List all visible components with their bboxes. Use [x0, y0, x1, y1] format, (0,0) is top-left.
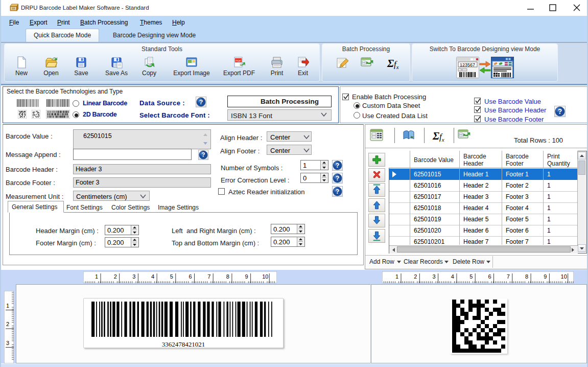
svg-text:7: 7: [207, 273, 210, 280]
svg-text:9: 9: [245, 273, 248, 280]
svg-text:3: 3: [433, 273, 436, 280]
svg-text:?: ?: [199, 98, 203, 106]
svg-text:123567: 123567: [460, 62, 475, 67]
svg-text:7: 7: [507, 273, 510, 280]
svg-text:?: ?: [336, 188, 340, 195]
svg-text:1: 1: [6, 303, 9, 309]
svg-text:2: 2: [114, 273, 117, 280]
svg-text:?: ?: [336, 174, 340, 182]
svg-text:8: 8: [226, 273, 229, 280]
svg-text:1: 1: [395, 273, 398, 280]
svg-text:4: 4: [151, 273, 154, 280]
svg-text:6: 6: [189, 273, 192, 280]
svg-text:2: 2: [6, 321, 9, 327]
svg-text:10: 10: [561, 273, 567, 280]
svg-text:?: ?: [201, 151, 205, 158]
svg-text:3: 3: [132, 273, 135, 280]
svg-text:5: 5: [469, 273, 473, 280]
svg-text:?: ?: [558, 107, 562, 116]
svg-text:9: 9: [544, 273, 547, 280]
svg-text:4: 4: [451, 273, 454, 280]
svg-text:6: 6: [488, 273, 491, 280]
svg-text:PDF: PDF: [236, 59, 242, 62]
svg-text:2: 2: [414, 273, 417, 280]
svg-text:3: 3: [6, 340, 9, 346]
svg-text:1: 1: [95, 273, 98, 280]
svg-text:?: ?: [336, 162, 340, 169]
svg-text:10: 10: [262, 273, 268, 280]
svg-text:5: 5: [170, 273, 173, 280]
svg-text:8: 8: [525, 273, 528, 280]
